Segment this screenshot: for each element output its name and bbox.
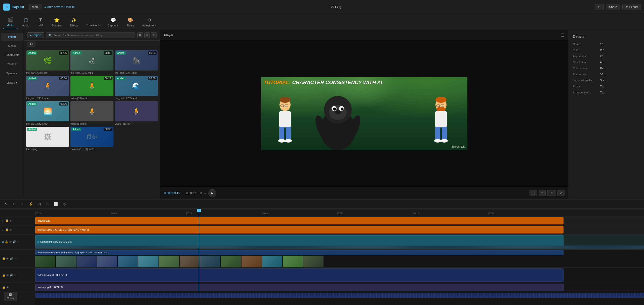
sort-button[interactable]: ⇅ (151, 32, 157, 38)
audio4-icon[interactable]: 🔊 (10, 257, 13, 260)
eye6-icon[interactable]: 👁 (6, 286, 9, 289)
search-input[interactable] (53, 34, 133, 37)
more5-icon[interactable]: ⋯ (14, 274, 17, 277)
list-item[interactable]: 🌿 Added 00:05 the_cart...5800.mp4 (26, 50, 69, 74)
expand-button[interactable]: ⤢ (557, 190, 565, 196)
window-btn[interactable]: ⊡ (595, 4, 604, 10)
nav-filters-label: Filters (127, 24, 134, 27)
ruler-mark-4: |00:12 (337, 212, 343, 215)
eye4-icon[interactable]: 👁 (6, 257, 9, 260)
select-tool-button[interactable]: ↖ (3, 201, 9, 207)
nav-audio[interactable]: 🎵 Audio (19, 15, 33, 29)
svg-point-16 (341, 108, 344, 111)
detail-path-label: Path: (573, 49, 598, 52)
detail-name-value: 12... (600, 43, 640, 46)
import-button[interactable]: ● Import (27, 32, 44, 38)
player-right-buttons: ⛶ ⊞ 2:1 ⤢ (530, 190, 565, 196)
lock2-icon[interactable]: 🔒 (5, 228, 9, 231)
svg-rect-26 (435, 111, 447, 127)
clip-video35[interactable]: video (35).mp4 00:00:21:03 (35, 268, 564, 282)
list-view-button[interactable]: ≡ (144, 32, 150, 38)
clip-fondo[interactable]: fondo.png 00:00:21:03 (35, 284, 564, 291)
more3-icon[interactable]: ⋯ (17, 240, 20, 244)
cover-button[interactable]: 🖼 Cover (4, 292, 17, 301)
svg-point-15 (333, 108, 336, 111)
list-item[interactable]: 🦍 Added 00:05 the_cart...3251.mp4 (115, 50, 158, 74)
sub-nav-all[interactable]: All (27, 42, 35, 47)
fullscreen-button[interactable]: ⛶ (530, 190, 537, 196)
track-compound: ⧉ Compound clip2 00:00:20:29 (35, 234, 644, 250)
more4-icon[interactable]: ⋯ (14, 257, 17, 260)
detail-resolution: Resolution: Ad... (573, 61, 640, 64)
fit-button[interactable]: ⊞ (539, 190, 546, 196)
nav-effects[interactable]: ✨ Effects (66, 15, 82, 29)
list-item[interactable]: 🧍 Added 00:06 the_cart...2411.mp4 (26, 76, 69, 100)
clip-tutorial-text[interactable]: tutorial: CHARACTER CONSISTENCY with ai (35, 226, 564, 233)
lock3-icon[interactable]: 🔒 (5, 240, 8, 244)
undo-button[interactable]: ↩ (11, 201, 17, 207)
audio3-icon[interactable]: 🔊 (13, 240, 16, 244)
nav-stickers-label: Stickers (52, 24, 62, 27)
detail-resolution-value: Ad... (600, 61, 640, 64)
redo-button[interactable]: ↪ (19, 201, 25, 207)
list-item[interactable]: 🎵🎶 Added 00:33 Colors of...h (1).mp3 (70, 127, 113, 151)
lock6-icon[interactable]: 🔒 (2, 286, 6, 289)
ruler-mark-3: |00:09 (262, 212, 268, 215)
split-button[interactable]: ⚡ (27, 201, 34, 207)
trim-right-button[interactable]: |▷ (44, 201, 50, 207)
sidebar-item-media[interactable]: Media (1, 42, 23, 50)
media-badge: Added (27, 51, 37, 55)
list-item[interactable]: 🌊 Added 00:06 the_cart...6785.mp4 (115, 76, 158, 100)
character-gorilla (309, 87, 367, 150)
track-text2: tutorial: CHARACTER CONSISTENCY with ai (35, 225, 644, 234)
app-logo: C CapCut (3, 4, 24, 11)
list-item[interactable]: 🏖 Added 00:06 the_cart...9309.mp4 (70, 50, 113, 74)
lock5-icon[interactable]: 🔒 (2, 274, 6, 277)
lock4-icon[interactable]: 🔒 (2, 257, 6, 260)
playhead-ruler (199, 209, 199, 216)
eye-icon[interactable]: 👁 (10, 219, 12, 222)
trim-left-button[interactable]: ◁| (36, 201, 42, 207)
sidebar-item-subprojects[interactable]: Subprojects (1, 51, 23, 59)
eye3-icon[interactable]: 👁 (9, 241, 12, 244)
nav-adjustment[interactable]: ⚙ Adjustment (139, 15, 159, 29)
audio5-icon[interactable]: 🔊 (10, 274, 13, 277)
nav-text[interactable]: T Text (34, 16, 47, 28)
lock-icon[interactable]: 🔒 (5, 219, 9, 222)
list-item[interactable]: 🌅 Added 00:06 the_cart...6824.mp4 (26, 101, 69, 125)
zoom-button[interactable]: 2:1 (547, 190, 556, 196)
media-badge: Added (71, 128, 81, 131)
nav-transitions[interactable]: ↔ Transitions (83, 15, 103, 29)
player-menu-icon[interactable]: ☰ (561, 33, 565, 38)
nav-stickers[interactable]: ⭐ Stickers (48, 15, 65, 29)
play-button[interactable]: ▶ (208, 189, 216, 197)
sidebar-item-library[interactable]: Library ▾ (1, 79, 23, 87)
filters-nav-icon: 🎨 (128, 17, 133, 23)
panel-sub-nav: All (24, 41, 160, 48)
grid-view-button[interactable]: ⊞ (137, 32, 143, 38)
nav-media[interactable]: 🎬 Media (3, 15, 18, 29)
eye5-icon[interactable]: 👁 (6, 274, 9, 277)
list-item[interactable]: 🖼 Added fondo.png (26, 127, 69, 151)
nav-filters[interactable]: 🎨 Filters (123, 15, 138, 29)
clip-video-main[interactable]: the cartoonish man on the backseat of a … (35, 250, 564, 255)
video-frame: TUTORIAL: CHARACTER CONSISTENCY WITH AI (261, 77, 467, 150)
detail-colorspace-value: Re... (600, 67, 640, 70)
ruler-mark-0: |00:00 (35, 212, 42, 215)
export-btn[interactable]: ⬆ Export (622, 4, 641, 10)
thumbnail (76, 256, 97, 267)
list-item[interactable]: 🧍 video (34).mp4 (70, 101, 113, 125)
lock-button[interactable]: ◇ (61, 201, 67, 207)
share-btn[interactable]: Share (606, 4, 620, 10)
delete-button[interactable]: ⬜ (52, 201, 59, 207)
menu-button[interactable]: Menu (29, 4, 42, 10)
clip-techhalla[interactable]: @techhalla (35, 217, 564, 224)
sidebar-item-yours[interactable]: Yours ▾ (1, 60, 23, 68)
detail-imported: Imported media: Sta... (573, 79, 640, 82)
nav-captions[interactable]: 💬 Captions (104, 15, 122, 29)
list-item[interactable]: 🧍 00:24 video (33).mp4 (70, 76, 113, 100)
eye2-icon[interactable]: 👁 (10, 228, 12, 231)
list-item[interactable]: 🧍 video (35).mp4 (115, 101, 158, 125)
sidebar-item-spaces[interactable]: Spaces ▾ (1, 69, 23, 78)
sidebar-item-import[interactable]: Import (1, 33, 23, 41)
